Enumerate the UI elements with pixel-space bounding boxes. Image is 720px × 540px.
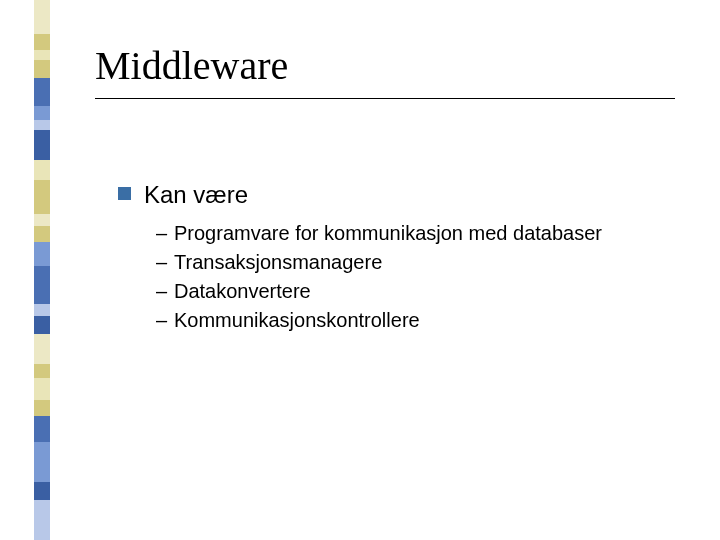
slide-body: Kan være – Programvare for kommunikasjon…	[118, 180, 678, 334]
strip-segment	[34, 214, 50, 226]
bullet-level2: – Kommunikasjonskontrollere	[156, 307, 678, 334]
dash-bullet-icon: –	[156, 249, 174, 276]
square-bullet-icon	[118, 187, 131, 200]
strip-segment	[34, 130, 50, 160]
strip-segment	[34, 60, 50, 78]
dash-bullet-icon: –	[156, 307, 174, 334]
strip-segment	[34, 180, 50, 214]
strip-segment	[34, 160, 50, 180]
strip-segment	[34, 316, 50, 334]
dash-bullet-icon: –	[156, 220, 174, 247]
strip-segment	[34, 500, 50, 540]
bullet-level2-list: – Programvare for kommunikasjon med data…	[156, 220, 678, 334]
bullet-level2: – Transaksjonsmanagere	[156, 249, 678, 276]
bullet-level2-text: Kommunikasjonskontrollere	[174, 307, 420, 334]
slide: Middleware Kan være – Programvare for ko…	[0, 0, 720, 540]
bullet-level1: Kan være	[118, 180, 678, 210]
strip-segment	[34, 106, 50, 120]
strip-segment	[34, 416, 50, 442]
strip-segment	[34, 400, 50, 416]
bullet-level2: – Programvare for kommunikasjon med data…	[156, 220, 678, 247]
strip-segment	[34, 378, 50, 400]
strip-segment	[34, 78, 50, 106]
dash-bullet-icon: –	[156, 278, 174, 305]
strip-segment	[34, 266, 50, 304]
bullet-level2: – Datakonvertere	[156, 278, 678, 305]
decorative-strip	[34, 0, 50, 540]
bullet-level1-text: Kan være	[144, 180, 248, 210]
strip-segment	[34, 226, 50, 242]
bullet-level2-text: Transaksjonsmanagere	[174, 249, 382, 276]
strip-segment	[34, 364, 50, 378]
bullet-level2-text: Programvare for kommunikasjon med databa…	[174, 220, 602, 247]
strip-segment	[34, 482, 50, 500]
slide-title: Middleware	[95, 42, 288, 89]
strip-segment	[34, 34, 50, 50]
strip-segment	[34, 0, 50, 34]
strip-segment	[34, 334, 50, 364]
strip-segment	[34, 304, 50, 316]
strip-segment	[34, 242, 50, 266]
strip-segment	[34, 50, 50, 60]
strip-segment	[34, 120, 50, 130]
bullet-level2-text: Datakonvertere	[174, 278, 311, 305]
strip-segment	[34, 442, 50, 482]
title-rule	[95, 98, 675, 99]
